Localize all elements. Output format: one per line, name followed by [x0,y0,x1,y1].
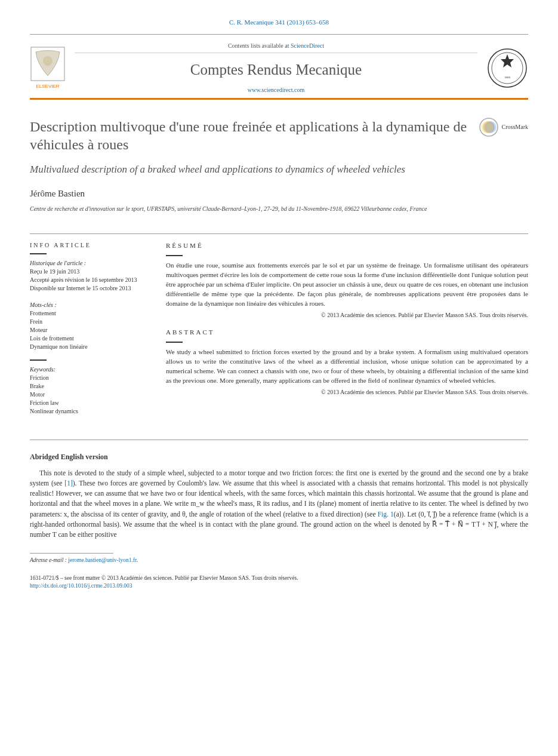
side-divider [166,342,183,343]
author-email-link[interactable]: jerome.bastien@univ-lyon1.fr [68,557,137,563]
svg-point-9 [481,121,493,133]
contents-line: Contents lists available at ScienceDirec… [75,42,477,53]
article-history: Historique de l'article : Reçu le 19 jui… [30,259,149,293]
abstract-text: We study a wheel submitted to friction f… [166,348,528,386]
side-divider [30,359,47,361]
info-heading: INFO ARTICLE [30,241,149,250]
sciencedirect-link[interactable]: ScienceDirect [291,42,324,49]
divider [30,233,528,234]
journal-url-link[interactable]: www.sciencedirect.com [248,87,304,93]
side-divider [30,253,47,254]
crossmark-label: CrossMark [502,123,528,131]
footnote-divider [30,553,113,554]
article-subtitle: Multivalued description of a braked whee… [30,163,467,177]
copyright-fr: © 2013 Académie des sciences. Publié par… [166,311,528,319]
mots-cles: Mots-clés : Frottement Frein Moteur Lois… [30,301,149,351]
email-footnote: Adresse e-mail : jerome.bastien@univ-lyo… [30,557,528,564]
svg-point-1 [43,56,53,66]
affiliation: Centre de recherche et d'innovation sur … [30,205,467,213]
article-title: Description multivoque d'une roue freiné… [30,118,467,153]
svg-text:1666: 1666 [504,76,511,79]
copyright-en: © 2013 Académie des sciences. Publié par… [166,388,528,397]
body-paragraph: This note is devoted to the study of a s… [30,468,528,540]
keywords: Keywords: Friction Brake Motor Friction … [30,365,149,416]
abstract-heading: ABSTRACT [166,328,528,337]
resume-heading: RÉSUMÉ [166,241,528,250]
ref-link-1[interactable]: [1] [64,480,72,487]
section-heading: Abridged English version [30,452,528,462]
svg-text:ELSEVIER: ELSEVIER [36,84,59,89]
academie-seal-icon: 1666 [486,47,528,89]
journal-title: Comptes Rendus Mecanique [75,59,477,80]
crossmark-icon [479,118,498,137]
journal-header: ELSEVIER Contents lists available at Sci… [30,34,528,100]
issn-block: 1631-0721/$ – see front matter © 2013 Ac… [30,574,528,591]
crossmark-badge[interactable]: CrossMark [479,118,528,137]
authors: Jérôme Bastien [30,188,467,200]
side-divider [166,255,183,256]
resume-text: On étudie une roue, soumise aux frotteme… [166,261,528,309]
fig-link-1[interactable]: Fig. 1 [378,511,394,518]
citation-line: C. R. Mecanique 341 (2013) 653–658 [30,18,528,27]
doi-link[interactable]: http://dx.doi.org/10.1016/j.crme.2013.09… [30,583,132,589]
elsevier-logo: ELSEVIER [30,46,66,91]
divider [30,440,528,440]
